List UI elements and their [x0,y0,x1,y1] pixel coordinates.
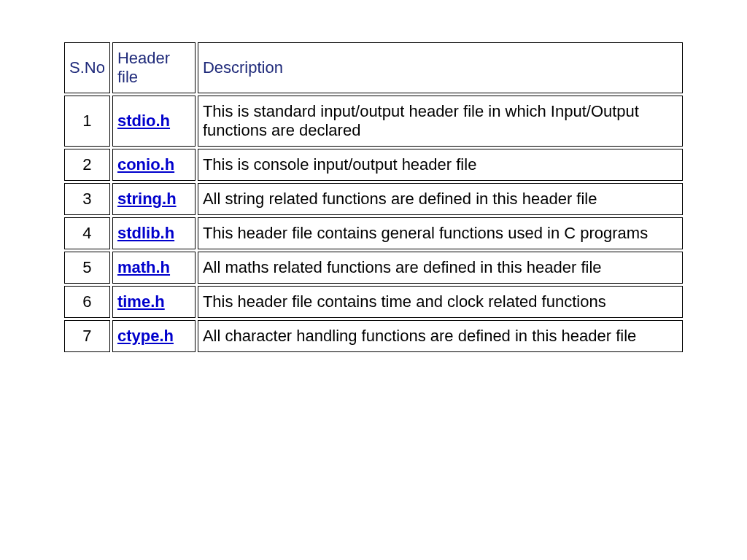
cell-sno: 6 [64,286,110,318]
header-file-link[interactable]: conio.h [117,155,174,174]
table-row: 7 ctype.h All character handling functio… [64,320,683,352]
cell-header-file: stdlib.h [112,217,196,249]
cell-sno: 3 [64,183,110,215]
table-row: 6 time.h This header file contains time … [64,286,683,318]
cell-header-file: string.h [112,183,196,215]
column-header-sno: S.No [64,42,110,93]
header-file-link[interactable]: time.h [117,292,165,311]
header-files-table: S.No Header file Description 1 stdio.h T… [62,40,685,354]
header-file-link[interactable]: stdio.h [117,112,170,130]
cell-description: All maths related functions are defined … [198,252,683,284]
cell-description: This is console input/output header file [198,149,683,181]
table-header-row: S.No Header file Description [64,42,683,93]
column-header-description: Description [198,42,683,93]
header-file-link[interactable]: string.h [117,190,177,208]
table-row: 4 stdlib.h This header file contains gen… [64,217,683,249]
cell-sno: 1 [64,96,110,147]
cell-header-file: ctype.h [112,320,196,352]
header-file-link[interactable]: math.h [117,258,170,276]
cell-description: This header file contains time and clock… [198,286,683,318]
header-file-link[interactable]: stdlib.h [117,224,174,242]
cell-description: This is standard input/output header fil… [198,96,683,147]
column-header-file: Header file [112,42,196,93]
cell-sno: 2 [64,149,110,181]
cell-header-file: stdio.h [112,96,196,147]
cell-description: This header file contains general functi… [198,217,683,249]
cell-sno: 4 [64,217,110,249]
header-file-link[interactable]: ctype.h [117,327,174,345]
table-row: 2 conio.h This is console input/output h… [64,149,683,181]
table-row: 5 math.h All maths related functions are… [64,252,683,284]
cell-description: All string related functions are defined… [198,183,683,215]
table-row: 3 string.h All string related functions … [64,183,683,215]
cell-header-file: conio.h [112,149,196,181]
cell-description: All character handling functions are def… [198,320,683,352]
cell-sno: 7 [64,320,110,352]
cell-header-file: math.h [112,252,196,284]
table-row: 1 stdio.h This is standard input/output … [64,96,683,147]
page-container: S.No Header file Description 1 stdio.h T… [0,0,747,394]
cell-sno: 5 [64,252,110,284]
cell-header-file: time.h [112,286,196,318]
